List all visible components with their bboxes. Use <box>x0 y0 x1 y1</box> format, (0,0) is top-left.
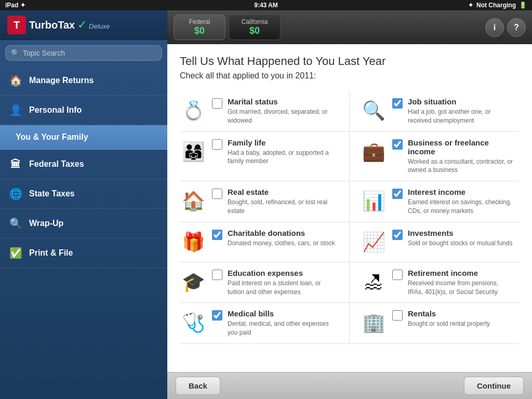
home-icon: 🏠 <box>8 73 23 88</box>
federal-tab[interactable]: Federal $0 <box>174 15 225 40</box>
education-expenses-checkbox[interactable] <box>212 270 222 280</box>
interest-income-icon: 📊 <box>360 188 387 215</box>
investments-checkbox[interactable] <box>392 230 403 240</box>
logo-text: TurboTax ✓ Deluxe <box>29 18 110 32</box>
california-amount: $0 <box>249 25 260 36</box>
investments-icon: 📈 <box>360 229 387 256</box>
job-situation-checkbox[interactable] <box>392 98 403 109</box>
retirement-income-desc: Received income from pensions, IRAs, 401… <box>408 279 514 297</box>
checklist-item-retirement-income: 🏖 Retirement income Received income from… <box>350 262 520 303</box>
status-bar: iPad ✦ 9:43 AM ✦ Not Charging 🔋 <box>0 0 532 10</box>
sidebar-item-federal-taxes[interactable]: 🏛 Federal Taxes <box>0 150 167 179</box>
checklist-item-family-life: 👨‍👩‍👧 Family life Had a baby, adopted, o… <box>180 132 350 182</box>
education-expenses-title: Education expenses <box>228 269 339 277</box>
sidebar-item-label: You & Your Family <box>16 132 88 142</box>
investments-title: Investments <box>408 229 514 237</box>
job-situation-title: Job situation <box>408 97 514 106</box>
interest-income-checkbox[interactable] <box>392 189 403 199</box>
federal-label: Federal <box>189 18 210 25</box>
education-expenses-icon: 🎓 <box>180 269 207 296</box>
medical-bills-title: Medical bills <box>228 309 339 318</box>
california-tab[interactable]: California $0 <box>229 15 281 40</box>
checklist-item-job-situation: 🔍 Job situation Had a job, got another o… <box>350 91 520 132</box>
interest-income-title: Interest income <box>408 188 514 196</box>
medical-bills-desc: Dental, medical, and other expenses you … <box>228 320 339 337</box>
job-situation-icon: 🔍 <box>360 97 387 124</box>
family-life-desc: Had a baby, adopted, or supported a fami… <box>228 149 339 166</box>
continue-button[interactable]: Continue <box>464 377 524 395</box>
sidebar-item-label: Print & File <box>29 248 73 258</box>
family-life-icon: 👨‍👩‍👧 <box>180 138 207 165</box>
status-right: ✦ Not Charging 🔋 <box>468 2 527 9</box>
checklist-grid: 💍 Marital status Got married, divorced, … <box>180 91 520 344</box>
sidebar-item-you-family[interactable]: You & Your Family <box>0 125 167 150</box>
bluetooth-icon: ✦ <box>468 2 473 9</box>
federal-amount: $0 <box>194 25 205 36</box>
checklist-item-charitable-donations: 🎁 Charitable donations Donated money, cl… <box>180 222 350 262</box>
sidebar-item-label: Federal Taxes <box>29 159 84 169</box>
battery-icon: 🔋 <box>519 2 527 9</box>
state-icon: 🌐 <box>8 187 23 201</box>
info-button[interactable]: i <box>485 18 504 37</box>
checklist-item-interest-income: 📊 Interest income Earned interest on sav… <box>350 181 520 222</box>
turbotax-logo: T TurboTax ✓ Deluxe <box>7 16 110 34</box>
charitable-donations-desc: Donated money, clothes, cars, or stock <box>228 239 339 248</box>
california-label: California <box>242 18 268 25</box>
rentals-desc: Bought or sold rental property <box>408 320 514 328</box>
federal-icon: 🏛 <box>8 157 23 171</box>
checklist-item-education-expenses: 🎓 Education expenses Paid interest on a … <box>180 262 350 303</box>
search-icon: 🔍 <box>11 49 20 57</box>
retirement-income-icon: 🏖 <box>360 269 387 296</box>
job-situation-desc: Had a job, got another one, or received … <box>408 108 514 125</box>
app-container: T TurboTax ✓ Deluxe 🔍 🏠 Manage Returns 👤… <box>0 10 532 399</box>
medical-bills-icon: 🩺 <box>180 309 207 336</box>
rentals-checkbox[interactable] <box>392 310 403 321</box>
rentals-icon: 🏢 <box>360 309 387 336</box>
real-estate-checkbox[interactable] <box>212 189 222 199</box>
sidebar-item-personal-info[interactable]: 👤 Personal Info <box>0 96 167 125</box>
wrapup-icon: 🔍 <box>8 216 23 231</box>
page-subtitle: Check all that applied to you in 2011: <box>180 71 520 81</box>
charitable-donations-checkbox[interactable] <box>212 230 222 240</box>
sidebar-item-wrap-up[interactable]: 🔍 Wrap-Up <box>0 209 167 238</box>
checklist-item-medical-bills: 🩺 Medical bills Dental, medical, and oth… <box>180 303 350 344</box>
real-estate-title: Real estate <box>228 188 339 196</box>
sidebar-item-manage-returns[interactable]: 🏠 Manage Returns <box>0 66 167 96</box>
sidebar: T TurboTax ✓ Deluxe 🔍 🏠 Manage Returns 👤… <box>0 10 167 399</box>
checkmark-icon: ✓ <box>77 18 87 31</box>
charitable-donations-icon: 🎁 <box>180 229 207 256</box>
business-freelance-title: Business or freelance income <box>408 138 514 156</box>
family-life-title: Family life <box>228 138 339 147</box>
retirement-income-title: Retirement income <box>408 269 514 277</box>
marital-status-desc: Got married, divorced, separated, or wid… <box>228 108 339 125</box>
battery-status: Not Charging <box>476 2 516 9</box>
content-area: Tell Us What Happened to You Last Year C… <box>167 44 532 372</box>
page-title: Tell Us What Happened to You Last Year <box>180 55 520 68</box>
sidebar-item-label: State Taxes <box>29 189 75 198</box>
retirement-income-checkbox[interactable] <box>392 270 403 280</box>
investments-desc: Sold or bought stocks or mutual funds <box>408 239 514 248</box>
business-freelance-checkbox[interactable] <box>392 139 403 150</box>
help-button[interactable]: ? <box>507 18 526 37</box>
medical-bills-checkbox[interactable] <box>212 310 222 321</box>
family-life-checkbox[interactable] <box>212 139 222 150</box>
marital-status-checkbox[interactable] <box>212 98 222 109</box>
sidebar-item-label: Wrap-Up <box>29 219 63 228</box>
interest-income-desc: Earned interest on savings, checking, CD… <box>408 198 514 216</box>
marital-status-icon: 💍 <box>180 97 207 124</box>
sidebar-item-print-file[interactable]: ✅ Print & File <box>0 238 167 268</box>
status-left: iPad ✦ <box>5 2 25 9</box>
search-bar[interactable]: 🔍 <box>5 45 162 61</box>
checklist-item-investments: 📈 Investments Sold or bought stocks or m… <box>350 222 520 262</box>
real-estate-icon: 🏠 <box>180 188 207 215</box>
education-expenses-desc: Paid interest on a student loan, or tuit… <box>228 279 339 297</box>
business-freelance-icon: 💼 <box>360 138 387 165</box>
checklist-item-business-freelance: 💼 Business or freelance income Worked as… <box>350 132 520 182</box>
logo-icon: T <box>7 16 26 34</box>
marital-status-title: Marital status <box>228 97 339 106</box>
logo-area: T TurboTax ✓ Deluxe <box>0 10 167 40</box>
search-input[interactable] <box>23 49 156 57</box>
back-button[interactable]: Back <box>176 377 220 395</box>
sidebar-item-label: Manage Returns <box>29 76 94 85</box>
sidebar-item-state-taxes[interactable]: 🌐 State Taxes <box>0 179 167 209</box>
